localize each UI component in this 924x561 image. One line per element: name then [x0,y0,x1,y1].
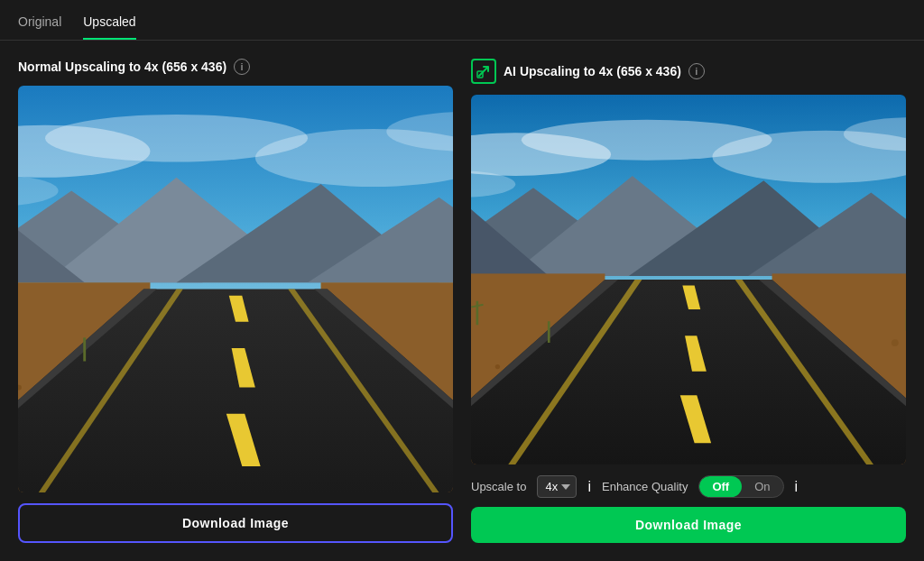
tab-bar: Original Upscaled [0,0,924,41]
enhance-off-button[interactable]: Off [699,476,742,497]
left-panel-header: Normal Upscaling to 4x (656 x 436) i [18,59,453,75]
tab-original[interactable]: Original [18,14,61,40]
right-image-container [471,95,906,464]
left-panel-info-icon[interactable]: i [234,59,250,75]
right-bottom-bar: Upscale to 4x 1x 2x i Enhance Quality Of… [471,464,906,543]
upscale-label: Upscale to [471,480,526,493]
left-panel-title: Normal Upscaling to 4x (656 x 436) [18,60,226,74]
tab-upscaled[interactable]: Upscaled [83,14,135,40]
upscale-select-wrapper: 4x 1x 2x [537,475,577,498]
enhance-on-button[interactable]: On [742,476,782,497]
right-panel-header: AI Upscaling to 4x (656 x 436) i [471,59,906,84]
left-panel: Normal Upscaling to 4x (656 x 436) i [18,59,453,543]
left-bottom-bar: Download Image [18,492,453,543]
left-download-button[interactable]: Download Image [18,503,453,543]
enhance-quality-toggle: Off On [698,475,783,498]
right-panel: AI Upscaling to 4x (656 x 436) i [471,59,906,543]
svg-point-54 [495,364,500,369]
ai-upscale-icon [471,59,496,84]
upscale-info-icon[interactable]: i [587,479,591,495]
enhance-info-icon[interactable]: i [795,479,799,495]
right-panel-info-icon[interactable]: i [688,63,705,79]
right-download-button[interactable]: Download Image [471,507,906,543]
left-image-container [18,86,453,492]
right-panel-title: AI Upscaling to 4x (656 x 436) [504,64,681,78]
enhance-label: Enhance Quality [602,480,688,493]
svg-point-55 [892,339,899,346]
main-content: Normal Upscaling to 4x (656 x 436) i [0,41,924,561]
upscale-select[interactable]: 4x 1x 2x [537,475,577,498]
controls-row: Upscale to 4x 1x 2x i Enhance Quality Of… [471,475,906,498]
